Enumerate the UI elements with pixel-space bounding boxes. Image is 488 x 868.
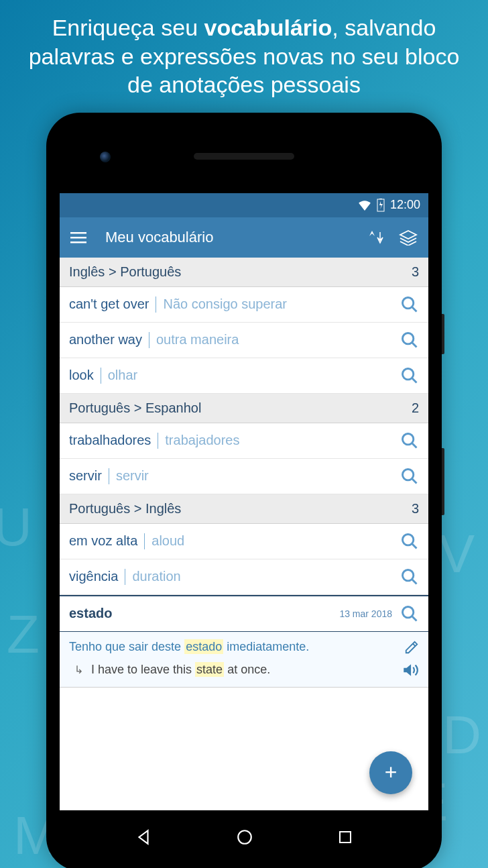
vocab-target: trabajadores [165,433,400,448]
vocab-target: outra maneira [156,332,400,347]
vocab-target: olhar [108,368,400,383]
selected-word: estado [69,606,339,621]
phone-speaker [194,153,294,160]
promo-text: Enriqueça seu vocabulário, salvando pala… [0,0,488,106]
svg-rect-23 [340,832,351,843]
search-icon[interactable] [400,604,419,623]
layers-icon[interactable] [399,229,418,246]
svg-line-20 [412,616,417,620]
sync-icon[interactable] [367,229,385,246]
search-icon[interactable] [400,567,419,586]
vocab-source: trabalhadores [69,433,151,448]
svg-line-14 [412,478,417,483]
search-icon[interactable] [400,467,419,486]
vocab-target: aloud [151,533,400,549]
svg-rect-2 [70,232,86,234]
vocab-source: servir [69,468,102,484]
vocab-source: em voz alta [69,533,137,549]
menu-icon[interactable] [70,229,86,246]
svg-point-7 [403,333,414,343]
svg-line-21 [413,643,416,646]
section-title: Português > Inglês [69,501,181,517]
detail-panel: Tenho que sair deste estado imediatament… [60,632,428,688]
example-translation: I have to leave this state at once. [91,663,402,677]
selected-date: 13 mar 2018 [339,608,392,619]
svg-point-15 [403,534,414,545]
vocab-target: duration [132,569,400,584]
svg-point-13 [403,469,414,480]
svg-point-22 [238,830,251,844]
section-count: 2 [412,400,419,416]
svg-rect-3 [70,237,86,239]
svg-line-6 [412,307,417,311]
svg-line-10 [412,378,417,382]
sub-arrow-icon: ↳ [74,663,83,676]
section-title: Inglês > Português [69,264,181,280]
android-nav-bar [53,810,435,864]
speaker-icon[interactable] [402,661,419,679]
add-button[interactable]: + [369,751,412,794]
vocab-target: servir [116,468,400,484]
plus-icon: + [385,760,398,785]
section-count: 3 [412,501,419,517]
svg-point-17 [403,569,414,580]
status-bar: 12:00 [60,193,428,217]
status-time: 12:00 [390,198,420,212]
vocab-source: vigência [69,569,118,584]
edit-icon[interactable] [404,640,419,655]
battery-icon [377,199,385,212]
section-header[interactable]: Português > Espanhol 2 [60,394,428,423]
vocab-item[interactable]: another way outra maneira [60,323,428,358]
app-bar: Meu vocabulário [60,217,428,258]
svg-rect-4 [70,241,86,243]
wifi-icon [358,200,371,211]
vocab-source: can't get over [69,296,149,312]
vocab-item[interactable]: servir servir [60,459,428,494]
svg-point-19 [403,606,414,617]
svg-line-16 [412,543,417,548]
search-icon[interactable] [400,366,419,385]
app-title: Meu vocabulário [105,229,353,246]
search-icon[interactable] [400,295,419,314]
phone-camera [100,152,111,162]
vocab-item[interactable]: em voz alta aloud [60,524,428,559]
section-count: 3 [412,264,419,280]
svg-line-12 [412,443,417,447]
section-header[interactable]: Português > Inglês 3 [60,494,428,524]
section-header[interactable]: Inglês > Português 3 [60,258,428,287]
svg-point-9 [403,368,414,379]
svg-point-5 [403,297,414,308]
search-icon[interactable] [400,331,419,349]
vocab-item[interactable]: trabalhadores trabajadores [60,423,428,459]
vocab-item[interactable]: look olhar [60,358,428,394]
vocab-source: look [69,368,94,383]
svg-line-8 [412,342,417,347]
vocab-source: another way [69,332,142,347]
home-icon[interactable] [236,828,253,846]
svg-line-18 [412,579,417,584]
recent-icon[interactable] [337,829,353,845]
back-icon[interactable] [135,828,152,846]
vocab-target: Não consigo superar [163,296,400,312]
phone-frame: 12:00 Meu vocabulário Inglês > Português… [46,113,442,869]
search-icon[interactable] [400,431,419,450]
vocab-item[interactable]: can't get over Não consigo superar [60,287,428,323]
vocab-item[interactable]: vigência duration [60,559,428,595]
section-title: Português > Espanhol [69,400,201,416]
example-sentence: Tenho que sair deste estado imediatament… [69,640,404,654]
vocab-item-selected[interactable]: estado 13 mar 2018 [60,595,428,632]
svg-point-11 [403,433,414,444]
svg-rect-1 [379,199,382,199]
search-icon[interactable] [400,532,419,551]
